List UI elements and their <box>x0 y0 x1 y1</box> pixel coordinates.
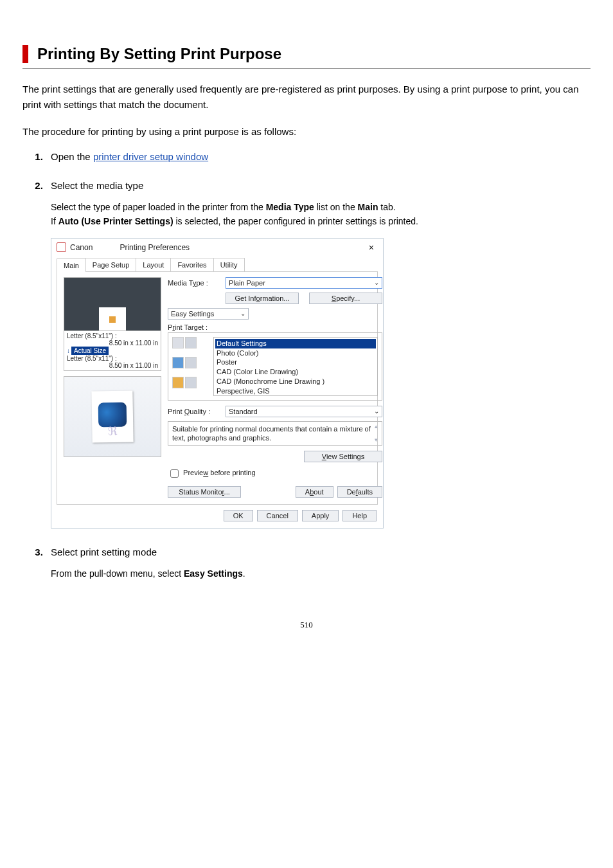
media-type-value: Plain Paper <box>229 279 265 287</box>
step-2-line1-d: Main <box>358 202 378 212</box>
step-2-line2-c: is selected, the paper configured in pri… <box>173 216 418 226</box>
specify-button[interactable]: Specify... <box>309 293 382 304</box>
settings-mode-select[interactable]: Easy Settings ⌄ <box>168 308 249 320</box>
target-default-settings[interactable]: Default Settings <box>215 339 376 348</box>
step-3-body: From the pull-down menu, select Easy Set… <box>51 566 591 581</box>
step-3-text-a: From the pull-down menu, select <box>51 568 184 579</box>
printing-preferences-dialog: Canon Printing Preferences × Main Page S… <box>51 238 384 529</box>
step-3-text-c: . <box>243 568 245 579</box>
description-text: Suitable for printing normal documents t… <box>172 425 371 442</box>
step-2-line1-c: list on the <box>314 202 358 212</box>
scroll-up-icon: ▴ <box>375 423 378 431</box>
preview-before-printing-label: Preview before printing <box>183 469 256 477</box>
steps-list: Open the printer driver setup window Sel… <box>22 151 591 581</box>
output-preview-page: ℜ <box>91 390 133 442</box>
target-cad-mono[interactable]: CAD (Monochrome Line Drawing ) <box>215 377 376 386</box>
step-1-text: Open the <box>51 151 93 162</box>
step-2-body: Select the type of paper loaded in the p… <box>51 200 591 229</box>
step-2-line2-a: If <box>51 216 58 226</box>
print-target-box: Default Settings Photo (Color) Poster CA… <box>168 332 382 401</box>
printer-driver-setup-link[interactable]: printer driver setup window <box>93 151 208 162</box>
thumb-icon <box>185 337 197 348</box>
step-2-line2-b: Auto (Use Printer Settings) <box>58 216 173 226</box>
target-perspective-gis[interactable]: Perspective, GIS <box>215 386 376 396</box>
down-arrow-icon: ↓ <box>67 347 70 354</box>
step-2-line1-a: Select the type of paper loaded in the p… <box>51 202 266 212</box>
lower-preview-box: ℜ <box>64 376 161 457</box>
preview-dim2: 8.50 in x 11.00 in <box>67 362 158 369</box>
target-photo-color[interactable]: Photo (Color) <box>215 348 376 358</box>
print-target-description: Suitable for printing normal documents t… <box>168 421 382 446</box>
upper-preview-box: Letter (8.5"x11") : 8.50 in x 11.00 in ↓… <box>64 277 161 371</box>
apply-button[interactable]: Apply <box>302 510 339 521</box>
chevron-down-icon: ⌄ <box>240 310 245 317</box>
defaults-button[interactable]: Defaults <box>337 486 382 498</box>
view-settings-button[interactable]: View Settings <box>304 451 382 462</box>
description-scrollbar[interactable]: ▴▾ <box>371 423 380 444</box>
dialog-footer: OK Cancel Apply Help <box>51 510 383 528</box>
step-2: Select the media type Select the type of… <box>46 180 591 529</box>
step-2-title: Select the media type <box>51 180 591 191</box>
chevron-down-icon: ⌄ <box>374 279 379 286</box>
step-3-text-b: Easy Settings <box>184 568 243 579</box>
dialog-title-spacer <box>93 244 120 251</box>
cancel-button[interactable]: Cancel <box>257 510 298 521</box>
target-poster[interactable]: Poster <box>215 357 376 367</box>
canon-icon <box>57 242 66 252</box>
right-column: Media Type : Plain Paper ⌄ Get Informati… <box>168 277 382 498</box>
tab-utility[interactable]: Utility <box>213 258 245 271</box>
close-icon[interactable]: × <box>365 242 378 253</box>
intro-paragraph-1: The print settings that are generally us… <box>22 82 591 113</box>
preview-caption: Letter (8.5"x11") : 8.50 in x 11.00 in ↓… <box>64 330 161 370</box>
thumb-icon <box>185 377 197 388</box>
thumb-icon <box>172 357 184 368</box>
media-type-label: Media Type : <box>168 279 220 287</box>
step-3: Select print setting mode From the pull-… <box>46 547 591 581</box>
dialog-titlebar: Canon Printing Preferences × <box>51 239 383 255</box>
preview-wave-graphic <box>98 402 127 427</box>
tab-page-setup[interactable]: Page Setup <box>85 258 137 271</box>
status-monitor-button[interactable]: Status Monitor... <box>168 486 241 498</box>
page-heading-bar: Printing By Setting Print Purpose <box>22 45 591 69</box>
step-3-title: Select print setting mode <box>51 547 591 557</box>
tab-main[interactable]: Main <box>57 258 86 272</box>
thumb-icon <box>172 337 184 348</box>
target-cad-color[interactable]: CAD (Color Line Drawing) <box>215 367 376 377</box>
step-2-line1-e: tab. <box>378 202 395 212</box>
ok-button[interactable]: OK <box>224 510 253 521</box>
thumb-icon <box>185 357 197 368</box>
dialog-tabs: Main Page Setup Layout Favorites Utility <box>51 255 383 271</box>
media-type-select[interactable]: Plain Paper ⌄ <box>226 277 382 289</box>
preview-glyph-icon: ℜ <box>108 424 118 439</box>
step-1: Open the printer driver setup window <box>46 151 591 162</box>
preview-letter1: Letter (8.5"x11") : <box>67 332 158 339</box>
left-column: Letter (8.5"x11") : 8.50 in x 11.00 in ↓… <box>64 277 161 498</box>
step-2-line1-b: Media Type <box>266 202 314 212</box>
dialog-title-pref: Printing Preferences <box>120 243 190 252</box>
get-information-button[interactable]: Get Information... <box>226 293 299 304</box>
tab-favorites[interactable]: Favorites <box>170 258 213 271</box>
thumb-icon <box>172 377 184 388</box>
dialog-title-canon: Canon <box>70 243 93 252</box>
page-heading: Printing By Setting Print Purpose <box>22 45 591 63</box>
print-quality-label: Print Quality : <box>168 408 220 415</box>
help-button[interactable]: Help <box>342 510 377 521</box>
print-target-label: Print Target : <box>168 323 382 331</box>
preview-before-printing-checkbox[interactable] <box>170 469 179 478</box>
dialog-body: Letter (8.5"x11") : 8.50 in x 11.00 in ↓… <box>57 271 378 505</box>
print-quality-select[interactable]: Standard ⌄ <box>226 406 382 417</box>
about-button[interactable]: About <box>296 486 333 498</box>
print-target-list[interactable]: Default Settings Photo (Color) Poster CA… <box>213 337 378 396</box>
scroll-down-icon: ▾ <box>375 437 378 444</box>
print-quality-value: Standard <box>229 408 258 415</box>
preview-dim1: 8.50 in x 11.00 in <box>67 339 158 347</box>
tab-layout[interactable]: Layout <box>136 258 171 271</box>
preview-letter2: Letter (8.5"x11") : <box>67 355 158 362</box>
settings-mode-value: Easy Settings <box>171 310 214 318</box>
target-thumbnails <box>172 337 208 396</box>
page-number: 510 <box>22 620 591 630</box>
actual-size-label: Actual Size <box>71 347 109 355</box>
intro-paragraph-2: The procedure for printing by using a pr… <box>22 124 591 140</box>
chevron-down-icon: ⌄ <box>374 408 379 415</box>
